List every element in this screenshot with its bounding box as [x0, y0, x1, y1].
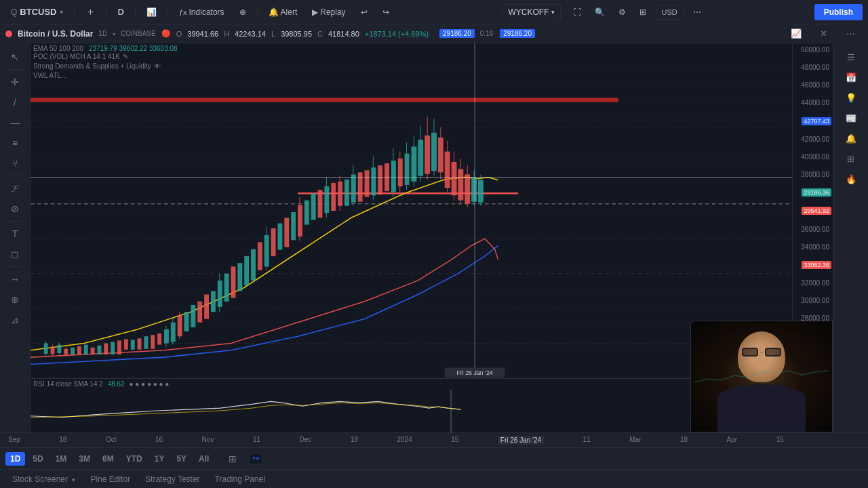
- horizontal-tool[interactable]: —: [4, 113, 26, 132]
- publish-btn[interactable]: Publish: [814, 4, 863, 20]
- chart-area[interactable]: EMA 50 100 200 23719.79 39602.22 33603.0…: [31, 43, 833, 432]
- search-symbol-btn[interactable]: Q BTCUSD ▾: [5, 4, 68, 20]
- price-label-40k: 40000.00: [794, 153, 831, 161]
- svg-rect-71: [344, 180, 349, 206]
- compare-btn[interactable]: ⊕: [234, 5, 252, 20]
- price-label-34k: 34000.00: [794, 243, 831, 251]
- fullscreen-btn[interactable]: ⛶: [568, 5, 587, 20]
- compare-icon2: ⊞: [229, 453, 237, 464]
- tf-5d[interactable]: 5D: [28, 452, 47, 466]
- text-tool[interactable]: T: [4, 224, 26, 243]
- right-sidebar: ☰ 📅 💡 📰 🔔 ⊞ 🔥: [833, 43, 868, 432]
- tf-ytd[interactable]: YTD: [121, 452, 147, 466]
- cursor-icon: ↖: [11, 52, 19, 62]
- crosshair-tool[interactable]: ✛: [4, 73, 26, 92]
- horizontal-icon: —: [10, 117, 20, 128]
- replay-btn[interactable]: ▶ Replay: [307, 5, 351, 20]
- fib-tool[interactable]: 𝓕: [4, 179, 26, 198]
- gann-tool[interactable]: ⊘: [4, 199, 26, 218]
- cursor-tool[interactable]: ↖: [4, 47, 26, 66]
- svg-rect-29: [117, 340, 121, 354]
- hotlist-btn[interactable]: 🔥: [839, 169, 863, 188]
- svg-rect-64: [311, 193, 316, 220]
- indicators-btn[interactable]: ƒx Indicators: [174, 5, 230, 20]
- tab-trading-panel-label: Trading Panel: [215, 474, 265, 484]
- indicators-label: Indicators: [189, 7, 224, 17]
- magnet-tool[interactable]: ⊿: [4, 310, 26, 329]
- layout-btn[interactable]: ⊞: [634, 5, 652, 20]
- channel-tool[interactable]: ≡: [4, 134, 26, 152]
- tab-stock-screener[interactable]: Stock Screener ▾: [5, 472, 82, 487]
- symbol-dot: [5, 30, 12, 37]
- alert-btn[interactable]: 🔔 Alert: [263, 5, 303, 20]
- compare-tf-btn[interactable]: ⊞: [222, 449, 243, 468]
- tf-all[interactable]: All: [194, 452, 214, 466]
- wyckoff-btn[interactable]: WYCKOFF ▾: [502, 4, 561, 20]
- svg-rect-26: [98, 346, 102, 354]
- current-price-badge2: 29186.20: [500, 29, 535, 38]
- svg-rect-75: [365, 170, 370, 197]
- price-label-32k: 32000.00: [794, 279, 831, 287]
- svg-rect-44: [197, 302, 202, 323]
- chart-type-btn[interactable]: 📊: [141, 5, 162, 20]
- symbol-info-bar: Bitcoin / U.S. Dollar 1D • COINBASE 🔴 O3…: [0, 24, 868, 43]
- hotlist-icon: 🔥: [846, 174, 856, 184]
- watchlist-btn[interactable]: ☰: [839, 47, 863, 66]
- open-val: 39941.66: [187, 30, 218, 38]
- svg-rect-25: [91, 348, 95, 354]
- redo-btn[interactable]: ↪: [377, 5, 395, 20]
- magnet-icon: ⊿: [11, 314, 19, 325]
- close-icon: ✕: [820, 28, 827, 39]
- news-btn[interactable]: 📰: [839, 108, 863, 127]
- currency-btn[interactable]: USD: [656, 5, 684, 20]
- undo-icon: ↩: [361, 7, 368, 17]
- rsi-label: RSI 14 close SMA 14 2 48.62 ● ● ● ● ● ● …: [33, 380, 169, 388]
- rsi-dots: ● ● ● ● ● ● ●: [129, 380, 169, 388]
- measure-tool[interactable]: ↔: [4, 270, 26, 289]
- svg-rect-35: [157, 333, 161, 344]
- time-label-15apr: 15: [776, 436, 784, 445]
- time-label-cursor: Fri 26 Jan '24: [498, 436, 544, 445]
- svg-rect-58: [277, 224, 282, 250]
- tf-1m[interactable]: 1M: [51, 452, 72, 466]
- news-icon: 📰: [846, 113, 856, 123]
- svg-rect-36: [164, 329, 169, 344]
- data-window-btn[interactable]: ⊞: [839, 149, 863, 168]
- svg-rect-1: [31, 43, 792, 378]
- shape-icon: ◻: [11, 249, 19, 260]
- zoom-tool[interactable]: ⊕: [4, 290, 26, 309]
- tf-3m[interactable]: 3M: [74, 452, 95, 466]
- tab-pine-editor[interactable]: Pine Editor: [83, 472, 137, 487]
- calendar-btn[interactable]: 📅: [839, 68, 863, 87]
- svg-rect-34: [151, 335, 155, 349]
- shape-tool[interactable]: ◻: [4, 245, 26, 264]
- svg-rect-78: [378, 165, 382, 195]
- price-anchor-red: 33062.36: [802, 261, 831, 269]
- more-btn[interactable]: ⋯: [688, 5, 707, 20]
- more-chart-btn[interactable]: ⋯: [838, 24, 863, 43]
- timeframe-btn[interactable]: D: [113, 4, 130, 20]
- undo-btn[interactable]: ↩: [355, 5, 373, 20]
- more-icon: ⋯: [846, 28, 855, 39]
- tab-strategy-tester[interactable]: Strategy Tester: [138, 472, 206, 487]
- pin-chart-btn[interactable]: 📈: [784, 24, 808, 43]
- bottom-tabs: Stock Screener ▾ Pine Editor Strategy Te…: [0, 469, 868, 488]
- main-layout: ↖ ✛ / — ≡ ⑂ 𝓕 ⊘ T ◻ ↔ ⊕ ⊿ EMA 50 100 200…: [0, 43, 868, 432]
- add-symbol-btn[interactable]: ＋: [80, 3, 101, 21]
- rsi-label-text: RSI 14 close SMA 14 2: [33, 380, 103, 388]
- pitchfork-tool[interactable]: ⑂: [4, 154, 26, 173]
- trendline-tool[interactable]: /: [4, 93, 26, 112]
- svg-rect-31: [131, 340, 135, 349]
- tf-1d[interactable]: 1D: [5, 452, 25, 466]
- ideas-btn[interactable]: 💡: [839, 88, 863, 107]
- time-labels-container: Sep 18 Oct 16 Nov 11 Dec 18 2024 15 Fri …: [5, 436, 787, 445]
- close-chart-btn[interactable]: ✕: [811, 24, 835, 43]
- time-label-mar: Mar: [629, 436, 641, 445]
- search-btn[interactable]: 🔍: [589, 5, 610, 20]
- tab-trading-panel[interactable]: Trading Panel: [208, 472, 272, 487]
- settings-btn[interactable]: ⚙: [613, 5, 631, 20]
- alerts-right-btn[interactable]: 🔔: [839, 129, 863, 148]
- tf-1y[interactable]: 1Y: [150, 452, 170, 466]
- tf-6m[interactable]: 6M: [98, 452, 119, 466]
- tf-5y[interactable]: 5Y: [172, 452, 191, 466]
